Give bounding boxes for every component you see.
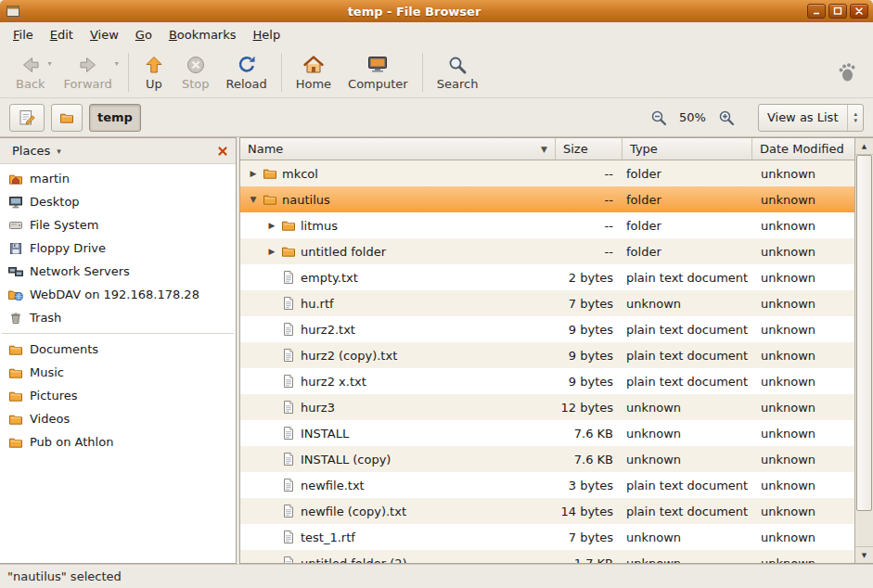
- toolbar-separator: [128, 53, 129, 92]
- expander-collapsed-icon[interactable]: ▶: [263, 221, 281, 230]
- sidebar-item-webdav-on-192-168-178-28[interactable]: WebDAV on 192.168.178.28: [0, 283, 236, 306]
- scrollbar-track[interactable]: [855, 155, 873, 546]
- scroll-up-button[interactable]: ▲: [855, 138, 873, 155]
- type-cell: plain text document: [623, 342, 752, 368]
- home-button[interactable]: Home: [288, 51, 340, 93]
- table-row[interactable]: newfile (copy).txt14 bytesplain text doc…: [240, 498, 854, 524]
- view-mode-label: View as List: [767, 110, 839, 124]
- sidebar-item-music[interactable]: Music: [0, 361, 236, 384]
- up-button[interactable]: Up: [135, 51, 173, 93]
- type-cell: folder: [623, 186, 752, 212]
- scrollbar-thumb[interactable]: [856, 155, 872, 511]
- date-cell: unknown: [752, 290, 854, 316]
- sidebar-item-pictures[interactable]: Pictures: [0, 384, 236, 407]
- size-cell: 14 bytes: [556, 498, 623, 524]
- path-button-root[interactable]: [51, 104, 83, 132]
- sidebar-item-network-servers[interactable]: Network Servers: [0, 260, 236, 283]
- menu-file[interactable]: File: [5, 25, 42, 45]
- table-row[interactable]: hurz2.txt9 bytesplain text documentunkno…: [240, 316, 854, 342]
- table-row[interactable]: ▶litmus--folderunknown: [240, 212, 854, 238]
- column-header-name[interactable]: Name▼: [240, 138, 556, 160]
- file-type: unknown: [626, 297, 681, 311]
- search-button[interactable]: Search: [429, 51, 487, 93]
- table-row[interactable]: hu.rtf7 bytesunknownunknown: [240, 290, 854, 316]
- file-date: unknown: [761, 375, 815, 389]
- menu-help[interactable]: Help: [245, 25, 289, 45]
- reload-button[interactable]: Reload: [217, 51, 275, 93]
- sidebar-item-floppy-drive[interactable]: Floppy Drive: [0, 236, 236, 260]
- vertical-scrollbar[interactable]: ▲ ▼: [854, 138, 873, 563]
- date-cell: unknown: [752, 160, 854, 186]
- file-date: unknown: [761, 530, 815, 544]
- table-row[interactable]: INSTALL (copy)7.6 KBunknownunknown: [240, 446, 854, 472]
- size-cell: --: [556, 186, 623, 212]
- table-row[interactable]: ▶untitled folder--folderunknown: [240, 238, 854, 264]
- size-cell: 12 bytes: [556, 394, 623, 420]
- folder-icon: [281, 244, 296, 259]
- sidebar-header: Places ▾: [0, 138, 236, 164]
- table-row[interactable]: untitled folder (2)1.7 KBunknownunknown: [240, 550, 854, 563]
- table-row[interactable]: ▼nautilus--folderunknown: [240, 186, 854, 212]
- dropdown-arrow-icon: ▾: [57, 147, 61, 156]
- sidebar-item-pub-on-athlon[interactable]: Pub on Athlon: [0, 430, 236, 454]
- table-row[interactable]: hurz2 (copy).txt9 bytesplain text docume…: [240, 342, 854, 368]
- computer-button[interactable]: Computer: [340, 51, 417, 93]
- file-type: unknown: [626, 427, 681, 441]
- table-row[interactable]: hurz312 bytesunknownunknown: [240, 394, 854, 420]
- sidebar-item-trash[interactable]: Trash: [0, 306, 236, 329]
- search-icon: [446, 54, 469, 76]
- size-cell: --: [556, 160, 623, 186]
- sidebar-item-martin[interactable]: martin: [0, 167, 236, 190]
- minimize-button[interactable]: [807, 4, 826, 19]
- date-cell: unknown: [752, 212, 854, 238]
- file-name: hurz2 (copy).txt: [301, 349, 397, 363]
- reload-icon: [236, 54, 258, 76]
- places-label: Places: [12, 144, 50, 158]
- sidebar-item-videos[interactable]: Videos: [0, 407, 236, 430]
- expander-collapsed-icon[interactable]: ▶: [244, 169, 263, 178]
- table-row[interactable]: empty.txt2 bytesplain text documentunkno…: [240, 264, 854, 290]
- titlebar[interactable]: temp - File Browser: [0, 0, 873, 22]
- table-row[interactable]: hurz2 x.txt9 bytesplain text documentunk…: [240, 368, 854, 394]
- menu-bookmarks[interactable]: Bookmarks: [160, 25, 245, 45]
- expander-collapsed-icon[interactable]: ▶: [263, 247, 281, 256]
- menu-edit[interactable]: Edit: [42, 25, 82, 45]
- file-size: --: [605, 245, 613, 259]
- type-cell: unknown: [623, 446, 752, 472]
- places-selector[interactable]: Places ▾: [5, 142, 69, 160]
- text-file-icon: [281, 322, 296, 337]
- column-header-type[interactable]: Type: [623, 138, 752, 160]
- file-name: hurz2 x.txt: [301, 375, 366, 389]
- zoom-in-button[interactable]: [714, 106, 738, 130]
- maximize-button[interactable]: [828, 4, 847, 19]
- type-cell: unknown: [623, 550, 752, 563]
- file-date: unknown: [761, 323, 815, 337]
- menu-go[interactable]: Go: [127, 25, 160, 45]
- column-header-date[interactable]: Date Modified: [752, 138, 854, 160]
- file-name: hu.rtf: [301, 297, 334, 311]
- zoom-out-button[interactable]: [647, 106, 671, 130]
- table-row[interactable]: ▶mkcol--folderunknown: [240, 160, 854, 186]
- scroll-down-button[interactable]: ▼: [855, 546, 873, 563]
- expander-expanded-icon[interactable]: ▼: [244, 195, 263, 204]
- sidebar-item-documents[interactable]: Documents: [0, 338, 236, 361]
- sidebar-item-label: Videos: [30, 412, 70, 426]
- sidebar-item-label: martin: [30, 172, 70, 185]
- sidebar-item-file-system[interactable]: File System: [0, 213, 236, 236]
- sidebar-item-label: Pub on Athlon: [30, 435, 113, 449]
- table-row[interactable]: newfile.txt3 bytesplain text documentunk…: [240, 472, 854, 498]
- toggle-location-entry-button[interactable]: [9, 104, 45, 132]
- table-row[interactable]: test_1.rtf7 bytesunknownunknown: [240, 524, 854, 550]
- table-row[interactable]: INSTALL7.6 KBunknownunknown: [240, 420, 854, 446]
- menu-view[interactable]: View: [82, 25, 127, 45]
- edit-location-icon: [18, 109, 36, 127]
- column-header-size[interactable]: Size: [556, 138, 623, 160]
- close-button[interactable]: [850, 4, 868, 19]
- column-header-row: Name▼SizeTypeDate Modified: [240, 138, 854, 160]
- sidebar-close-button[interactable]: [214, 143, 231, 160]
- floppy-icon: [8, 241, 23, 256]
- sidebar-item-desktop[interactable]: Desktop: [0, 190, 236, 213]
- view-mode-combo[interactable]: View as List ▴▾: [758, 104, 864, 132]
- path-button-current[interactable]: temp: [89, 104, 141, 132]
- file-size: --: [605, 167, 613, 181]
